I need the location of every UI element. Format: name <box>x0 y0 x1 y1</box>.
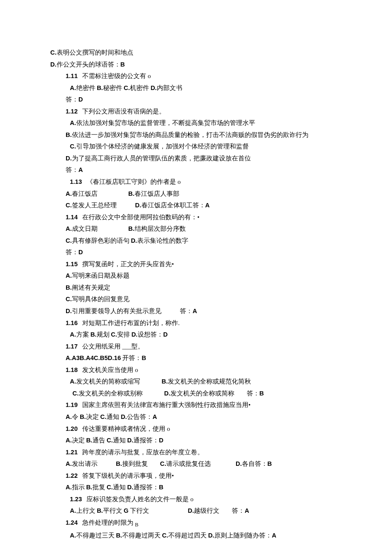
text-line: B.阐述有关规定 <box>50 282 345 294</box>
text-line: 1.11 不需标注密级的公文有 o <box>50 70 345 82</box>
text-line: 答：D <box>50 247 345 259</box>
text-line: 1.17 公文用纸采用 ___型。 <box>50 341 345 353</box>
text-line: D.作公文开头的球语答：B <box>50 59 345 71</box>
text-line: 1.13 《春江板店职工守则》的作者是 o <box>50 176 345 188</box>
text-line: C.写明具体的回复意见 <box>50 293 345 305</box>
text-line: D.引用重要领导人的有关批示意见 答：A <box>50 305 345 317</box>
text-line: 答：D <box>50 94 345 106</box>
text-line: A.不得趣过三天 B.不得趣过两天 C.不得超过四天 D.原则上随到随办答：A <box>50 530 345 542</box>
text-line: A.写明来函日期及标题 <box>50 270 345 282</box>
text-line: C.引导加强个体经济的健康发展，加强对个体经济的管理和监督 <box>50 141 345 153</box>
document-page: C.表明公文撰写的时间和地点D.作公文开头的球语答：B1.11 不需标注密级的公… <box>0 0 392 555</box>
text-line: A.A3B.A4C.B5D.16 开答：B <box>50 352 345 364</box>
text-line: A.成文日期 B.结构层次部分序数 <box>50 223 345 235</box>
text-line: 1.19 国家主席依照有关法律宣布施行重大强制性行政措施应当用• <box>50 399 345 411</box>
text-line: 1.16 对短期工作进行布置的计划，称作. <box>50 317 345 329</box>
text-line: 1.20 传达重要精神或者情况，使用 o <box>50 423 345 435</box>
text-line: A.依法加强对集贸市场的监督管理，不断提高集贸市场的管理水平 <box>50 117 345 129</box>
text-line: 1.18 发文机关应当使用 o <box>50 364 345 376</box>
text-line: 1.21 跨年度的请示与批复，应放在的年度立卷。 <box>50 447 345 459</box>
text-line: A.方案 B.规划 C.安排 D.设想答：D <box>50 329 345 341</box>
text-line: 1.12 下列公文用语没有语病的是。 <box>50 106 345 118</box>
text-line: A.决定 B.通告 C.通知 D.通报答：D <box>50 435 345 447</box>
text-line: C.发文机关的全称或别称 D.发文机关的全称或简称 答：B <box>50 388 345 400</box>
text-line: C.具有修辞色彩的语句 D.表示集论性的数字 <box>50 235 345 247</box>
text-line: A.令 B.决定 C.通知 D.公告答：A <box>50 411 345 423</box>
text-line: 1.14 在行政公文中全部使用阿拉伯数码的有：• <box>50 212 345 224</box>
text-line: A.指示 B.批复 C.通知 D.通报答：B <box>50 482 345 494</box>
text-line: A.发出请示 B.接到批复 C.请示或批复任选 D.各自答：B <box>50 458 345 470</box>
text-line: 1.15 撰写复函时，正文的开头应首先• <box>50 259 345 270</box>
text-line: A.发文机关的简称或缩写 B.发文机关的全称或规范化简秋 <box>50 376 345 388</box>
text-line: 1.24 急件处理的时限为 B <box>50 517 345 530</box>
text-line: A.绝密件 B.秘密件 C.机密件 D.内部文书 <box>50 82 345 94</box>
text-line: 1.22 答复下级机关的请示事项，使用• <box>50 470 345 482</box>
text-line: A.上行文 B.平行文 G 下行文 D.越级行文 答：A <box>50 505 345 517</box>
text-line: D.为了提高工商行政人员的管理队伍的素质，把廉政建设放在首位 <box>50 153 345 165</box>
text-line: B.依法进一步加强对集贸市场的商品质量的检验，打击不法商贩的假冒伪劣的欺诈行为 <box>50 129 345 141</box>
text-line: 1.23 应标识签发负责人姓名的文件一般是 o <box>50 494 345 506</box>
content-area: C.表明公文撰写的时间和地点D.作公文开头的球语答：B1.11 不需标注密级的公… <box>50 47 345 541</box>
text-line: 答：A <box>50 164 345 176</box>
text-line: C.表明公文撰写的时间和地点 <box>50 47 345 59</box>
text-line: A.春江饭店 B.春江饭店人事部 <box>50 188 345 200</box>
text-line: C.签发人王总经理 D.春江饭店全体职工答：A <box>50 200 345 212</box>
